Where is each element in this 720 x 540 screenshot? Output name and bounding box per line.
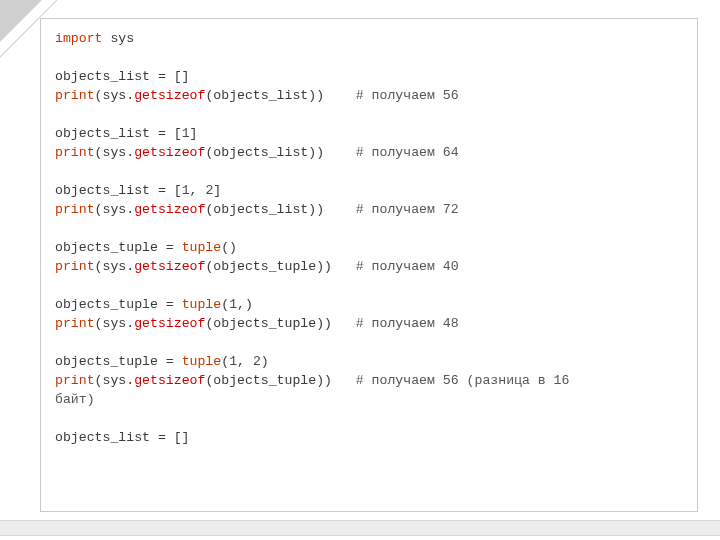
comment-72: # получаем 72	[356, 202, 459, 217]
slide: import sys objects_list = [] print(sys.g…	[0, 0, 720, 540]
bottom-band-icon	[0, 520, 720, 536]
code-text: import sys objects_list = [] print(sys.g…	[55, 29, 685, 447]
fn-tuple: tuple	[182, 240, 222, 255]
corner-fold-icon	[0, 0, 42, 42]
keyword-import: import	[55, 31, 102, 46]
comment-40: # получаем 40	[356, 259, 459, 274]
line-list-empty-2: objects_list = []	[55, 430, 190, 445]
comment-64: # получаем 64	[356, 145, 459, 160]
fn-getsizeof: getsizeof	[134, 88, 205, 103]
comment-56: # получаем 56	[356, 88, 459, 103]
module-sys: sys	[110, 31, 134, 46]
comment-56-diff: # получаем 56 (разница в 16	[356, 373, 570, 388]
fn-print: print	[55, 88, 95, 103]
line-list-empty: objects_list = []	[55, 69, 190, 84]
comment-48: # получаем 48	[356, 316, 459, 331]
code-block: import sys objects_list = [] print(sys.g…	[40, 18, 698, 512]
